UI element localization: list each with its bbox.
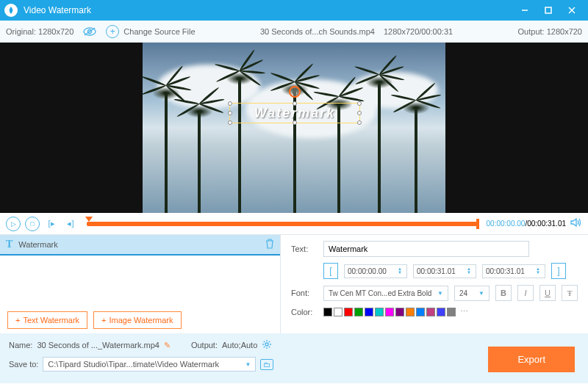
color-swatch[interactable] bbox=[395, 308, 404, 316]
app-logo bbox=[4, 4, 18, 17]
output-name: 30 Seconds of ..._Watermark.mp4 bbox=[37, 341, 159, 349]
plus-icon: + bbox=[101, 316, 106, 325]
stop-button[interactable]: □ bbox=[25, 217, 40, 231]
footer: Name: 30 Seconds of ..._Watermark.mp4 ✎ … bbox=[0, 333, 588, 383]
resize-handle[interactable] bbox=[357, 101, 362, 106]
properties-panel: Text: [ 00:00:00.00▲▼ 00:00:31.01▲▼ 00:0… bbox=[281, 235, 588, 333]
start-time-input[interactable]: 00:00:00.00▲▼ bbox=[344, 264, 407, 278]
plus-icon: + bbox=[15, 316, 20, 325]
app-title: Video Watermark bbox=[24, 5, 513, 15]
file-info: 30 Seconds of...ch Sounds.mp4 1280x720/0… bbox=[260, 27, 453, 36]
watermark-item-label: Watermark bbox=[18, 240, 57, 249]
color-swatch[interactable] bbox=[437, 308, 445, 316]
browse-folder-icon[interactable]: 🗀 bbox=[260, 359, 273, 370]
svg-point-7 bbox=[265, 343, 268, 346]
svg-rect-1 bbox=[545, 7, 551, 13]
color-swatches: ⋯ bbox=[323, 307, 468, 316]
italic-button[interactable]: I bbox=[517, 285, 534, 301]
video-frame[interactable]: Watermark bbox=[143, 43, 445, 213]
add-image-watermark-button[interactable]: +Image Watermark bbox=[93, 311, 181, 329]
watermark-text-input[interactable] bbox=[323, 241, 529, 257]
close-button[interactable] bbox=[560, 0, 584, 21]
end-time-input[interactable]: 00:00:31.01▲▼ bbox=[413, 264, 476, 278]
color-label: Color: bbox=[291, 308, 318, 316]
name-label: Name: bbox=[9, 341, 32, 349]
original-resolution: Original: 1280x720 bbox=[6, 27, 74, 36]
color-swatch[interactable] bbox=[323, 308, 332, 316]
color-swatch[interactable] bbox=[334, 308, 343, 316]
underline-button[interactable]: U bbox=[539, 285, 556, 301]
strike-button[interactable]: Ŧ bbox=[562, 285, 578, 301]
minimize-button[interactable] bbox=[513, 0, 537, 21]
font-label: Font: bbox=[291, 289, 318, 297]
titlebar: Video Watermark bbox=[0, 0, 588, 21]
volume-icon[interactable] bbox=[570, 217, 582, 231]
current-time: 00:00:00.00 bbox=[487, 220, 526, 228]
mid-section: T Watermark +Text Watermark +Image Water… bbox=[0, 235, 588, 333]
set-start-button[interactable]: [ bbox=[323, 263, 338, 279]
color-swatch[interactable] bbox=[375, 308, 384, 316]
total-time: 00:00:31.01 bbox=[527, 220, 566, 228]
delete-watermark-icon[interactable] bbox=[265, 239, 274, 250]
edit-name-icon[interactable]: ✎ bbox=[164, 341, 171, 350]
mark-out-button[interactable]: ◂] bbox=[63, 217, 78, 231]
duration-input[interactable]: 00:00:31.01▲▼ bbox=[482, 264, 545, 278]
video-preview: Watermark bbox=[0, 43, 588, 213]
text-type-icon: T bbox=[6, 239, 12, 250]
toolbar: Original: 1280x720 + Change Source File … bbox=[0, 21, 588, 43]
rotate-handle[interactable] bbox=[289, 86, 301, 98]
resize-handle[interactable] bbox=[293, 120, 297, 125]
font-size-select[interactable]: 24▼ bbox=[454, 286, 490, 301]
filename-label: 30 Seconds of...ch Sounds.mp4 bbox=[260, 27, 375, 36]
color-swatch[interactable] bbox=[365, 308, 373, 316]
change-source-label: Change Source File bbox=[123, 27, 195, 36]
saveto-label: Save to: bbox=[9, 360, 38, 369]
play-button[interactable]: ▷ bbox=[6, 217, 21, 231]
color-swatch[interactable] bbox=[447, 308, 456, 316]
output-resolution: Output: 1280x720 bbox=[518, 27, 582, 36]
maximize-button[interactable] bbox=[537, 0, 560, 21]
set-end-button[interactable]: ] bbox=[551, 263, 566, 279]
font-family-select[interactable]: Tw Cen MT Con...ed Extra Bold▼ bbox=[323, 286, 448, 301]
color-swatch[interactable] bbox=[406, 308, 415, 316]
plus-icon: + bbox=[106, 25, 119, 38]
more-colors-icon[interactable]: ⋯ bbox=[460, 307, 468, 316]
dimensions-time-label: 1280x720/00:00:31 bbox=[384, 27, 453, 36]
watermark-list-item[interactable]: T Watermark bbox=[0, 235, 280, 256]
time-display: 00:00:00.00/00:00:31.01 bbox=[487, 220, 566, 228]
timeline-slider[interactable] bbox=[87, 222, 478, 226]
export-button[interactable]: Export bbox=[488, 347, 575, 372]
resize-handle[interactable] bbox=[293, 101, 297, 106]
output-label: Output: bbox=[191, 341, 218, 349]
resize-handle[interactable] bbox=[228, 111, 232, 115]
resize-handle[interactable] bbox=[228, 101, 232, 106]
bold-button[interactable]: B bbox=[495, 285, 512, 301]
toggle-preview-icon[interactable] bbox=[81, 27, 98, 36]
output-value: Auto;Auto bbox=[222, 341, 257, 349]
color-swatch[interactable] bbox=[344, 308, 353, 316]
color-swatch[interactable] bbox=[416, 308, 425, 316]
color-swatch[interactable] bbox=[426, 308, 435, 316]
save-path-select[interactable]: C:\Tipard Studio\Tipar...timate\Video Wa… bbox=[43, 357, 256, 372]
color-swatch[interactable] bbox=[354, 308, 363, 316]
text-label: Text: bbox=[291, 244, 318, 253]
playback-bar: ▷ □ [▸ ◂] 00:00:00.00/00:00:31.01 bbox=[0, 213, 588, 235]
resize-handle[interactable] bbox=[228, 120, 232, 125]
resize-handle[interactable] bbox=[357, 111, 362, 115]
output-settings-icon[interactable] bbox=[262, 339, 272, 351]
watermark-overlay[interactable]: Watermark bbox=[229, 103, 360, 123]
mark-in-button[interactable]: [▸ bbox=[44, 217, 59, 231]
change-source-button[interactable]: + Change Source File bbox=[106, 25, 195, 38]
watermark-text: Watermark bbox=[254, 106, 336, 121]
watermark-list-panel: T Watermark +Text Watermark +Image Water… bbox=[0, 235, 281, 333]
color-swatch[interactable] bbox=[385, 308, 394, 316]
add-text-watermark-button[interactable]: +Text Watermark bbox=[7, 311, 87, 329]
resize-handle[interactable] bbox=[357, 120, 362, 125]
